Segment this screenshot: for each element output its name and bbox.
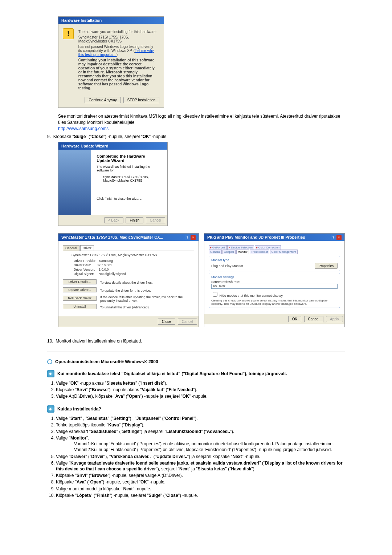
install-steps: Valige "Start" , "Seadistus" ("Setting")… bbox=[47, 416, 345, 498]
signature-steps: Valige "OK" -nupp aknas "Sisesta kettas"… bbox=[47, 380, 345, 400]
tab-monitor[interactable]: Monitor bbox=[236, 250, 249, 254]
wizard-subtext: The wizard has finished installing the s… bbox=[97, 165, 158, 172]
hide-modes-checkbox[interactable] bbox=[213, 292, 217, 297]
tab-geforce3[interactable]: GeForce3 bbox=[209, 245, 227, 250]
list-item: Valige vahekaart "Seadistused" ("Setting… bbox=[56, 429, 345, 434]
help-icon[interactable]: ? bbox=[185, 235, 190, 240]
list-item: Klõpsake "Ava" ("Open") -nupule, seejäre… bbox=[56, 479, 345, 485]
tab-driver[interactable]: Driver bbox=[80, 245, 94, 251]
driver-info: Driver Provider: Samsung Driver Date: 9/… bbox=[74, 259, 194, 276]
install-heading: Kuidas installeerida? bbox=[57, 406, 101, 412]
help-icon[interactable]: ? bbox=[331, 235, 336, 240]
ok-button[interactable]: OK bbox=[288, 316, 301, 322]
tab-color-correction[interactable]: Color Correction bbox=[255, 245, 281, 250]
device-name: SyncMaster 171S/ 175S/ 170S, MagicSyncMa… bbox=[103, 175, 158, 182]
device-name: SyncMaster 171S/ 175S/ 170S, MagicSyncMa… bbox=[72, 253, 194, 257]
dialog-title: Hardware Update Wizard bbox=[58, 142, 167, 150]
driver-properties-dialog: SyncMaster 171S/ 175S/ 170S, MagicSyncMa… bbox=[58, 233, 199, 327]
rollback-driver-button[interactable]: Roll Back Driver bbox=[63, 296, 97, 301]
checkbox-desc: Clearing this check box allows you to se… bbox=[211, 299, 338, 305]
step-10-text: Monitori draiveri installeerimine on lõp… bbox=[56, 339, 142, 344]
signature-heading-row: Kui monitorile kuvatakse tekst "Digitaal… bbox=[47, 370, 345, 377]
list-item: Klõpsake "Lõpeta" ("Finish") -nupule, se… bbox=[56, 493, 345, 498]
refresh-rate-select[interactable]: 60 Hertz bbox=[211, 284, 338, 289]
checkbox-label: Hide modes that this monitor cannot disp… bbox=[220, 294, 283, 297]
list-item: Tehke topeltklõps ikoonile "Kuva" ("Disp… bbox=[56, 422, 345, 428]
list-item: Valige A:(D:\Driver), klõpsake "Ava" ("O… bbox=[56, 393, 345, 399]
samsung-link[interactable]: http://www.samsung.com/. bbox=[58, 126, 109, 131]
hardware-update-wizard-dialog: Hardware Update Wizard Completing the Ha… bbox=[58, 142, 168, 226]
monitor-name: Plug and Play Monitor bbox=[211, 264, 243, 268]
monitor-properties-dialog: Plug and Play Monitor and 3D Prophet III… bbox=[204, 233, 345, 327]
os-heading-row: Operatsioonisüsteem Microsoft® Windows® … bbox=[47, 359, 345, 364]
list-item: Valige "Draiver" ("Driver"), "Värskenda … bbox=[56, 454, 345, 459]
list-item: Valige monitori mudel ja klõpsake "Next"… bbox=[56, 486, 345, 492]
dialog-title: Plug and Play Monitor and 3D Prophet III… bbox=[204, 234, 344, 241]
device-name: SyncMaster 171S/ 175S/ 170S, MagicSyncMa… bbox=[78, 35, 157, 43]
gear-icon bbox=[47, 370, 54, 377]
wizard-heading: Completing the Hardware Update Wizard bbox=[97, 154, 158, 163]
group-label: Monitor settings bbox=[211, 275, 338, 279]
tab-adapter[interactable]: Adapter bbox=[222, 250, 236, 254]
hardware-installation-dialog: Hardware Installation ! The software you… bbox=[58, 16, 164, 108]
install-heading-row: Kuidas installeerida? bbox=[47, 405, 345, 413]
variant1-text: Variant1:Kui nupp 'Funktsioonid' ('Prope… bbox=[74, 441, 345, 447]
separator bbox=[47, 352, 345, 352]
variant2-text: Variant2:Kui nupp 'Funktsioonid' ('Prope… bbox=[74, 447, 345, 453]
uninstall-button[interactable]: Uninstall bbox=[63, 304, 97, 309]
dialog-text: The software you are installing for this… bbox=[78, 30, 157, 34]
signature-heading: Kui monitorile kuvatakse tekst "Digitaal… bbox=[57, 371, 287, 376]
tab-device-selection[interactable]: Device Selection bbox=[227, 245, 254, 250]
list-item: Valige "Start" , "Seadistus" ("Setting")… bbox=[56, 416, 345, 421]
warning-text: Continuing your installation of this sof… bbox=[78, 58, 157, 90]
circle-icon bbox=[47, 359, 52, 364]
dialog-title: Hardware Installation bbox=[58, 17, 164, 24]
tab-general[interactable]: General bbox=[63, 245, 79, 251]
close-button[interactable]: Close bbox=[158, 319, 175, 325]
group-label: Monitor type bbox=[211, 258, 338, 262]
cancel-button: Cancel bbox=[178, 319, 197, 325]
finish-button[interactable]: Finish bbox=[126, 217, 143, 223]
close-icon[interactable]: × bbox=[191, 235, 196, 240]
wizard-footer: Click Finish to close the wizard. bbox=[97, 197, 158, 200]
dialog-title: SyncMaster 171S/ 175S/ 170S, MagicSyncMa… bbox=[58, 234, 199, 241]
list-item: Valige "Kuvage teadaolevate draiverite l… bbox=[56, 460, 345, 472]
list-item: Valige "OK" -nupp aknas "Sisesta kettas"… bbox=[56, 380, 345, 386]
cancel-button[interactable]: Cancel bbox=[304, 316, 323, 322]
cancel-button: Cancel bbox=[146, 217, 165, 223]
tab-color-management[interactable]: Color Management bbox=[270, 250, 298, 254]
close-icon[interactable]: × bbox=[336, 235, 342, 240]
update-driver-button[interactable]: Update Driver... bbox=[63, 287, 97, 292]
body-text: See monitori draiver on atesteerimist ki… bbox=[58, 114, 340, 125]
warning-icon: ! bbox=[63, 28, 74, 39]
stop-installation-button[interactable]: STOP Installation bbox=[123, 97, 159, 103]
back-button: < Back bbox=[104, 217, 123, 223]
continue-anyway-button[interactable]: Continue Anyway bbox=[85, 97, 121, 103]
gear-icon bbox=[47, 405, 54, 413]
tab-troubleshoot[interactable]: Troubleshoot bbox=[250, 250, 269, 254]
driver-details-button[interactable]: Driver Details... bbox=[63, 279, 97, 284]
list-item: Valige "Monitor". Variant1:Kui nupp 'Fun… bbox=[56, 435, 345, 453]
dialog-text: has not passed Windows Logo testing to v… bbox=[78, 45, 157, 57]
step-number: 9. bbox=[47, 134, 51, 139]
properties-button[interactable]: Properties bbox=[315, 263, 338, 269]
refresh-label: Screen refresh rate: bbox=[211, 280, 338, 284]
list-item: Klõpsake "Sirvi" ("Browse") -nupule akna… bbox=[56, 387, 345, 393]
apply-button: Apply bbox=[326, 316, 343, 322]
list-item: Klõpsake "Sirvi" ("Browse") -nupule, see… bbox=[56, 473, 345, 478]
wizard-graphic bbox=[58, 150, 91, 215]
tab-general[interactable]: General bbox=[209, 250, 222, 254]
os-heading: Operatsioonisüsteem Microsoft® Windows® … bbox=[55, 359, 158, 364]
